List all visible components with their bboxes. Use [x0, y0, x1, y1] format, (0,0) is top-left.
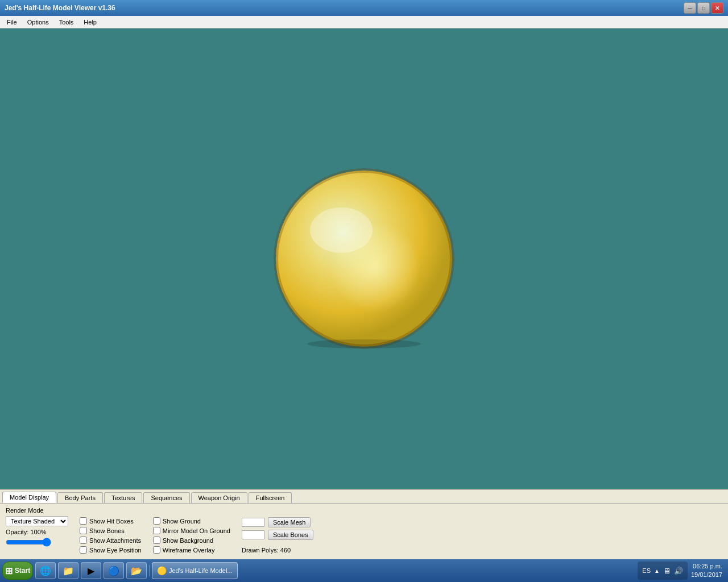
media-icon: ▶ [88, 566, 94, 576]
app-icon: 🔵 [108, 566, 119, 576]
tab-textures[interactable]: Textures [104, 492, 143, 503]
sys-tray: ES ▲ 🖥 🔊 [638, 562, 688, 580]
menu-tools[interactable]: Tools [55, 18, 78, 27]
close-button[interactable]: ✕ [711, 2, 723, 14]
render-mode-label: Render Mode [6, 507, 44, 514]
opacity-slider-row [6, 538, 68, 547]
show-hitboxes-label: Show Hit Boxes [89, 518, 134, 525]
show-background-checkbox[interactable] [153, 537, 160, 544]
show-eye-position-label: Show Eye Position [89, 547, 142, 554]
render-mode-select[interactable]: Wireframe Flat Shaded Smooth Shaded Text… [6, 516, 68, 526]
tab-sequences[interactable]: Sequences [143, 492, 189, 503]
start-orb-icon: ⊞ [5, 566, 13, 576]
svg-point-12 [307, 339, 421, 348]
network-icon: 🖥 [663, 567, 671, 575]
tab-weapon-origin[interactable]: Weapon Origin [191, 492, 247, 503]
tab-bar: Model Display Body Parts Textures Sequen… [0, 490, 728, 504]
show-hitboxes-row: Show Hit Boxes [80, 517, 142, 525]
app-taskbar-icon: 🟡 [157, 566, 167, 575]
show-attachments-row: Show Attachments [80, 537, 142, 544]
scale-mesh-row: 1.0 Scale Mesh [242, 517, 313, 527]
title-bar: Jed's Half-Life Model Viewer v1.36 ─ □ ✕ [0, 0, 728, 16]
wireframe-overlay-checkbox[interactable] [153, 546, 160, 554]
opacity-label: Opacity: 100% [6, 529, 47, 535]
mirror-model-label: Mirror Model On Ground [163, 527, 230, 534]
volume-icon[interactable]: 🔊 [674, 567, 683, 575]
quicklaunch-media-button[interactable]: ▶ [81, 562, 101, 579]
3d-viewport[interactable] [0, 28, 728, 489]
tab-fullscreen[interactable]: Fullscreen [249, 492, 292, 503]
opacity-row: Opacity: 100% [6, 529, 68, 535]
show-background-row: Show Background [153, 537, 230, 544]
title-bar-buttons: ─ □ ✕ [684, 2, 723, 14]
show-eye-position-row: Show Eye Position [80, 546, 142, 554]
render-col: Render Mode Wireframe Flat Shaded Smooth… [6, 507, 68, 547]
scale-bones-row: 1.0 Scale Bones [242, 530, 313, 540]
show-bones-label: Show Bones [89, 527, 125, 534]
show-attachments-checkbox[interactable] [80, 537, 87, 544]
tab-body-parts[interactable]: Body Parts [57, 492, 103, 503]
taskbar: ⊞ Start 🌐 📁 ▶ 🔵 📂 🟡 Jed's Half-Life Mode… [0, 559, 728, 582]
mirror-model-row: Mirror Model On Ground [153, 527, 230, 534]
render-mode-row: Render Mode [6, 507, 68, 514]
show-eye-position-checkbox[interactable] [80, 546, 87, 554]
show-attachments-label: Show Attachments [89, 537, 141, 544]
show-bones-checkbox[interactable] [80, 527, 87, 534]
app-taskbar-label: Jed's Half-Life Model... [169, 567, 233, 574]
scale-mesh-input[interactable]: 1.0 [242, 518, 264, 527]
app-taskbar-button[interactable]: 🟡 Jed's Half-Life Model... [152, 562, 238, 579]
mirror-model-checkbox[interactable] [153, 527, 160, 534]
menu-file[interactable]: File [2, 18, 22, 27]
quicklaunch-app-button[interactable]: 🔵 [104, 562, 124, 579]
checkboxes-left-col: Show Hit Boxes Show Bones Show Attachmen… [80, 517, 142, 554]
quicklaunch-files-button[interactable]: 📂 [126, 562, 147, 579]
quicklaunch-ie-button[interactable]: 🌐 [35, 562, 56, 579]
scale-col: 1.0 Scale Mesh 1.0 Scale Bones Drawn Pol… [242, 517, 313, 554]
show-ground-label: Show Ground [163, 518, 201, 525]
model-display [267, 162, 461, 355]
scale-bones-button[interactable]: Scale Bones [268, 530, 313, 540]
drawn-polys-label: Drawn Polys: 460 [242, 547, 291, 554]
checkboxes-right-col: Show Ground Mirror Model On Ground Show … [153, 517, 230, 554]
wireframe-overlay-label: Wireframe Overlay [163, 547, 215, 554]
taskbar-separator [149, 565, 150, 576]
minimize-button[interactable]: ─ [684, 2, 696, 14]
taskbar-right: ES ▲ 🖥 🔊 06:25 p.m. 19/01/2017 [638, 562, 726, 580]
show-background-label: Show Background [163, 537, 213, 544]
quicklaunch-folder-button[interactable]: 📁 [58, 562, 78, 579]
files-icon: 📂 [131, 566, 142, 576]
show-bones-row: Show Bones [80, 527, 142, 534]
svg-point-3 [330, 222, 421, 313]
start-button[interactable]: ⊞ Start [2, 562, 33, 580]
menu-options[interactable]: Options [23, 18, 53, 27]
opacity-slider[interactable] [6, 538, 51, 547]
app-title: Jed's Half-Life Model Viewer v1.36 [5, 4, 115, 12]
clock-date: 19/01/2017 [691, 571, 722, 579]
start-label: Start [15, 567, 30, 575]
render-select-row: Wireframe Flat Shaded Smooth Shaded Text… [6, 516, 68, 526]
menu-help[interactable]: Help [79, 18, 101, 27]
show-hitboxes-checkbox[interactable] [80, 517, 87, 525]
tray-icon-up[interactable]: ▲ [654, 568, 660, 574]
scale-bones-input[interactable]: 1.0 [242, 530, 264, 539]
locale-indicator: ES [642, 567, 651, 574]
show-ground-row: Show Ground [153, 517, 230, 525]
ie-icon: 🌐 [40, 566, 51, 576]
scale-mesh-button[interactable]: Scale Mesh [268, 517, 311, 527]
clock-time: 06:25 p.m. [691, 562, 722, 571]
menu-bar: File Options Tools Help [0, 16, 728, 28]
folder-icon: 📁 [63, 566, 74, 576]
wireframe-overlay-row: Wireframe Overlay [153, 546, 230, 554]
drawn-polys-row: Drawn Polys: 460 [242, 547, 313, 554]
show-ground-checkbox[interactable] [153, 517, 160, 525]
clock[interactable]: 06:25 p.m. 19/01/2017 [691, 562, 722, 580]
maximize-button[interactable]: □ [697, 2, 710, 14]
tab-model-display[interactable]: Model Display [2, 492, 56, 503]
